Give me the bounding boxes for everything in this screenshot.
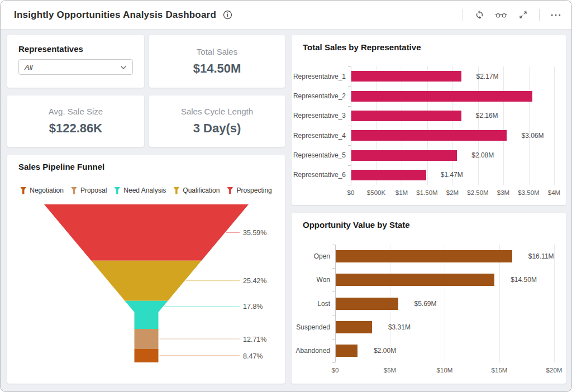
axis-tick-label: $4M <box>536 189 572 197</box>
axis-tick <box>348 86 351 87</box>
funnel-segment-qualification[interactable] <box>91 261 201 301</box>
chart-title: Sales Pipeline Funnel <box>18 162 104 171</box>
category-label: Abandoned <box>292 346 330 355</box>
bar-value-label: $2.17M <box>476 72 498 81</box>
bar-value-label: $5.69M <box>414 299 437 308</box>
gridline <box>554 66 555 185</box>
bar-representative_2[interactable] <box>351 91 532 102</box>
glasses-icon[interactable] <box>495 9 507 21</box>
legend-label: Negotiation <box>30 187 64 194</box>
axis-tick <box>332 362 335 363</box>
bar-value-label: $2.00M <box>374 346 396 355</box>
category-label: Representative_4 <box>292 131 346 140</box>
gridline <box>376 66 377 185</box>
funnel-glyph-icon <box>114 187 120 194</box>
gridline <box>554 245 555 362</box>
selected-value: All <box>25 63 32 71</box>
bar-value-label: $3.31M <box>388 323 411 332</box>
bar-open[interactable] <box>336 250 512 262</box>
funnel-glyph-icon <box>71 187 77 194</box>
title-wrap: Insightly Opportunities Analysis Dashboa… <box>14 9 233 21</box>
category-label: Suspended <box>292 323 330 332</box>
card-opportunity-value-by-state: Opportunity Value by State $0$5M$10M$15M… <box>292 213 566 384</box>
axis-tick <box>332 268 335 269</box>
bar-representative_4[interactable] <box>351 130 507 141</box>
legend-label: Qualification <box>183 187 220 194</box>
fullscreen-icon[interactable] <box>517 9 528 21</box>
legend-item-negotiation[interactable]: Negotiation <box>20 187 64 194</box>
funnel-percent-label: 8.47% <box>243 352 263 360</box>
funnel-segment-prospecting[interactable] <box>44 204 249 261</box>
bar-abandoned[interactable] <box>336 345 358 357</box>
funnel-legend: NegotiationProposalNeed AnalysisQualific… <box>7 187 285 194</box>
axis-tick-label: $20M <box>536 366 572 374</box>
axis-tick <box>348 106 351 107</box>
funnel-segment-proposal[interactable] <box>135 329 159 349</box>
kpi-value: $122.86K <box>49 121 102 136</box>
gridline <box>427 66 428 185</box>
kpi-card-avg-sale-size: Avg. Sale Size $122.86K <box>7 95 144 147</box>
kpi-value: 3 Day(s) <box>193 121 241 136</box>
divider <box>539 9 540 21</box>
legend-item-proposal[interactable]: Proposal <box>71 187 107 194</box>
funnel-chart: 35.59%25.42%17.8%12.71%8.47% <box>7 200 285 375</box>
funnel-glyph-icon <box>173 187 179 194</box>
funnel-percent-label: 12.71% <box>243 336 266 343</box>
bar-value-label: $3.06M <box>521 131 544 140</box>
gridline <box>478 66 479 185</box>
bar-representative_6[interactable] <box>351 170 426 180</box>
gridline <box>529 66 530 185</box>
card-sales-pipeline-funnel: Sales Pipeline Funnel NegotiationProposa… <box>7 155 285 384</box>
category-label: Open <box>292 252 330 261</box>
legend-label: Prospecting <box>236 187 271 194</box>
funnel-glyph-icon <box>227 187 233 194</box>
gridline <box>503 66 504 185</box>
kpi-card-total-sales: Total Sales $14.50M <box>149 35 285 88</box>
bar-representative_1[interactable] <box>351 71 461 82</box>
rep-chart-area: $0$500K$1M$1.50M$2M$2.50M$3M$3.50M$4MRep… <box>292 35 566 205</box>
axis-tick <box>332 291 335 292</box>
representatives-select[interactable]: All <box>18 59 133 75</box>
header-toolbar: Insightly Opportunities Analysis Dashboa… <box>1 1 571 30</box>
kpi-label: Sales Cycle Length <box>181 107 253 116</box>
axis-tick-label: $15M <box>482 366 517 374</box>
kpi-label: Total Sales <box>197 47 237 56</box>
refresh-icon[interactable] <box>474 9 485 21</box>
bar-value-label: $16.11M <box>528 252 554 261</box>
funnel-segment-need-analysis[interactable] <box>125 301 168 329</box>
axis-tick <box>348 165 351 166</box>
info-icon[interactable] <box>222 9 233 21</box>
dashboard-frame: Insightly Opportunities Analysis Dashboa… <box>0 0 572 392</box>
funnel-glyph-icon <box>20 187 26 194</box>
legend-label: Need Analysis <box>123 187 166 194</box>
bar-lost[interactable] <box>336 298 398 310</box>
more-options-icon[interactable] <box>550 9 561 21</box>
bar-representative_5[interactable] <box>351 150 457 161</box>
header-actions <box>463 9 561 21</box>
card-total-sales-by-representative: Total Sales by Representative $0$500K$1M… <box>292 35 566 205</box>
gridline <box>452 66 453 185</box>
axis-tick <box>332 339 335 340</box>
legend-item-need-analysis[interactable]: Need Analysis <box>114 187 166 194</box>
funnel-percent-label: 35.59% <box>243 229 266 237</box>
dashboard-title: Insightly Opportunities Analysis Dashboa… <box>14 9 216 21</box>
funnel-percent-label: 17.8% <box>243 303 263 310</box>
gridline <box>402 66 402 185</box>
bar-value-label: $2.16M <box>476 111 498 120</box>
bar-representative_3[interactable] <box>351 111 461 121</box>
legend-item-qualification[interactable]: Qualification <box>173 187 220 194</box>
axis-tick <box>348 145 351 146</box>
bar-suspended[interactable] <box>336 321 372 333</box>
legend-item-prospecting[interactable]: Prospecting <box>227 187 271 194</box>
category-label: Representative_6 <box>292 170 346 179</box>
bar-won[interactable] <box>336 274 494 286</box>
category-label: Representative_3 <box>292 111 346 120</box>
funnel-segment-negotiation[interactable] <box>135 349 159 362</box>
axis-tick-label: $10M <box>427 366 463 374</box>
legend-label: Proposal <box>80 187 107 194</box>
axis-tick <box>348 126 351 126</box>
axis-tick-label: $5M <box>372 366 408 374</box>
axis-tick <box>348 66 351 67</box>
category-label: Representative_1 <box>292 72 346 81</box>
bar-value-label: $14.50M <box>511 275 537 284</box>
